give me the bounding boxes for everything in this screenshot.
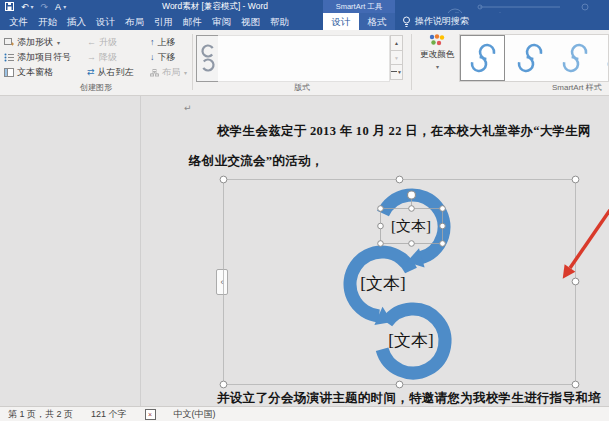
change-colors-label: 更改颜色 xyxy=(420,49,454,61)
paragraph1-line1[interactable]: 校学生会兹定于 2013 年 10 月 22 日，在本校大礼堂举办“大学生网 xyxy=(217,123,591,140)
document-canvas[interactable]: ↵ 校学生会兹定于 2013 年 10 月 22 日，在本校大礼堂举办“大学生网… xyxy=(0,96,609,406)
save-icon[interactable] xyxy=(5,2,14,11)
layout-button: 布局 ▾ xyxy=(150,66,187,79)
add-shape-icon xyxy=(4,38,14,47)
style-thumbnail-1[interactable] xyxy=(460,35,505,81)
ribbon: 添加形状 ▾ 添加项目符号 文本窗格 ← 升级 xyxy=(0,30,609,96)
tab-home[interactable]: 开始 xyxy=(33,13,62,30)
tab-file[interactable]: 文件 xyxy=(4,13,33,30)
demote-button: → 降级 xyxy=(87,51,117,64)
move-down-icon: ↓ xyxy=(150,53,155,62)
contextual-tool-label: SmartArt 工具 xyxy=(323,0,395,13)
language-status[interactable]: 中文(中国) xyxy=(174,408,216,421)
group-create-graphic: 添加形状 ▾ 添加项目符号 文本窗格 ← 升级 xyxy=(0,30,192,96)
right-to-left-button[interactable]: ⇄ 从右到左 xyxy=(87,66,134,79)
move-up-button[interactable]: ↑ 上移 xyxy=(150,36,176,49)
smartart-node-3-text[interactable]: [文本] xyxy=(379,330,443,352)
tab-layout[interactable]: 布局 xyxy=(120,13,149,30)
add-shape-dropdown-icon: ▾ xyxy=(57,39,60,46)
move-down-label: 下移 xyxy=(158,51,176,64)
tell-me-search[interactable]: 操作说明搜索 xyxy=(402,13,469,30)
right-to-left-label: 从右到左 xyxy=(98,66,134,79)
undo-dropdown-icon[interactable]: ▾ xyxy=(31,3,34,10)
paragraph2[interactable]: 并设立了分会场演讲主题的时间，特邀请您为我校学生进行指导和培 xyxy=(217,390,601,407)
lightbulb-icon xyxy=(402,16,411,28)
change-colors-button[interactable]: 更改颜色 ▾ xyxy=(415,34,459,90)
smartart-node-2-text[interactable]: [文本] xyxy=(351,273,415,295)
layouts-gallery[interactable] xyxy=(218,35,390,82)
right-to-left-icon: ⇄ xyxy=(87,68,95,77)
tab-design[interactable]: 设计 xyxy=(91,13,120,30)
paragraph1-line2[interactable]: 络创业交流会”的活动， xyxy=(189,153,324,170)
move-up-label: 上移 xyxy=(158,36,176,49)
tab-smartart-format[interactable]: 格式 xyxy=(359,13,395,30)
add-bullet-label: 添加项目符号 xyxy=(17,51,71,64)
group-label-create-graphic: 创建图形 xyxy=(0,82,192,93)
chain-style-icon xyxy=(513,41,547,75)
style-thumbnail-2[interactable] xyxy=(507,35,552,81)
ribbon-tab-row: 文件 开始 插入 设计 布局 引用 邮件 审阅 视图 帮助 设计 格式 操作说明… xyxy=(0,13,609,30)
change-colors-icon xyxy=(427,34,447,47)
tab-review[interactable]: 审阅 xyxy=(207,13,236,30)
chain-layout-icon xyxy=(200,43,216,75)
chain-style-icon xyxy=(603,41,609,75)
undo-icon[interactable]: ↶ xyxy=(21,2,29,12)
layout-dropdown-icon: ▾ xyxy=(184,69,187,76)
main-tabs: 文件 开始 插入 设计 布局 引用 邮件 审阅 视图 帮助 xyxy=(4,13,294,30)
smartart-contextual-tabs: 设计 格式 xyxy=(323,13,395,30)
demote-label: 降级 xyxy=(99,51,117,64)
demote-icon: → xyxy=(87,53,96,62)
word-count[interactable]: 121 个字 xyxy=(91,408,127,421)
group-label-smartart-styles: SmartArt 样式 xyxy=(552,82,602,93)
smartart-node-1-text[interactable]: [文本] xyxy=(379,210,443,242)
ink-icon[interactable]: A xyxy=(55,2,61,12)
qat-customize-icon[interactable]: ▾ xyxy=(63,3,66,10)
style-thumbnail-3[interactable] xyxy=(552,35,597,81)
word-window: ↶ ▾ ↷ A ▾ Word素材 [兼容模式] - Word SmartArt … xyxy=(0,0,609,421)
tab-mailings[interactable]: 邮件 xyxy=(178,13,207,30)
redo-icon: ↷ xyxy=(41,2,49,12)
smartart-style-gallery xyxy=(459,34,609,82)
layout-thumbnail-selected[interactable] xyxy=(196,35,219,82)
layouts-gallery-scroll: ▲ ▼ ▼ xyxy=(390,35,403,80)
text-pane-label: 文本窗格 xyxy=(17,66,53,79)
text-pane-button[interactable]: 文本窗格 xyxy=(4,66,53,79)
chain-style-icon xyxy=(558,41,592,75)
group-smartart-styles: 更改颜色 ▾ xyxy=(412,30,609,96)
gallery-scroll-down-button: ▼ xyxy=(390,51,403,66)
tab-insert[interactable]: 插入 xyxy=(62,13,91,30)
tab-smartart-design[interactable]: 设计 xyxy=(323,13,359,30)
text-pane-icon xyxy=(4,68,14,77)
tab-help[interactable]: 帮助 xyxy=(265,13,294,30)
proofing-status-icon[interactable]: × xyxy=(145,409,156,420)
promote-label: 升级 xyxy=(99,36,117,49)
group-layouts: ▲ ▼ ▼ 版式 xyxy=(193,30,411,96)
add-shape-button[interactable]: 添加形状 ▾ xyxy=(4,36,60,49)
layout-label: 布局 xyxy=(162,66,180,79)
paragraph-mark: ↵ xyxy=(184,103,192,113)
org-chart-icon xyxy=(150,69,159,77)
change-colors-dropdown-icon: ▾ xyxy=(436,63,439,70)
quick-access-toolbar: ↶ ▾ ↷ A ▾ xyxy=(5,0,66,13)
add-bullet-icon xyxy=(4,53,14,62)
chain-style-icon xyxy=(466,41,500,75)
group-label-layouts: 版式 xyxy=(193,82,411,93)
move-up-icon: ↑ xyxy=(150,38,155,47)
promote-button: ← 升级 xyxy=(87,36,117,49)
promote-icon: ← xyxy=(87,38,96,47)
page-info[interactable]: 第 1 页，共 2 页 xyxy=(8,408,73,421)
status-bar: 第 1 页，共 2 页 121 个字 × 中文(中国) xyxy=(0,406,609,421)
tell-me-label: 操作说明搜索 xyxy=(415,15,469,28)
add-shape-label: 添加形状 xyxy=(17,36,53,49)
gallery-more-button[interactable]: ▼ xyxy=(390,65,403,80)
move-down-button[interactable]: ↓ 下移 xyxy=(150,51,176,64)
gallery-scroll-up-button[interactable]: ▲ xyxy=(390,35,403,51)
style-thumbnail-4[interactable] xyxy=(597,35,609,81)
page-edge-line xyxy=(140,96,141,406)
title-bar: ↶ ▾ ↷ A ▾ Word素材 [兼容模式] - Word SmartArt … xyxy=(0,0,609,13)
add-bullet-button[interactable]: 添加项目符号 xyxy=(4,51,71,64)
window-title: Word素材 [兼容模式] - Word xyxy=(140,0,290,13)
tab-references[interactable]: 引用 xyxy=(149,13,178,30)
smartart-text-pane-toggle[interactable]: ‹ xyxy=(216,269,228,295)
tab-view[interactable]: 视图 xyxy=(236,13,265,30)
